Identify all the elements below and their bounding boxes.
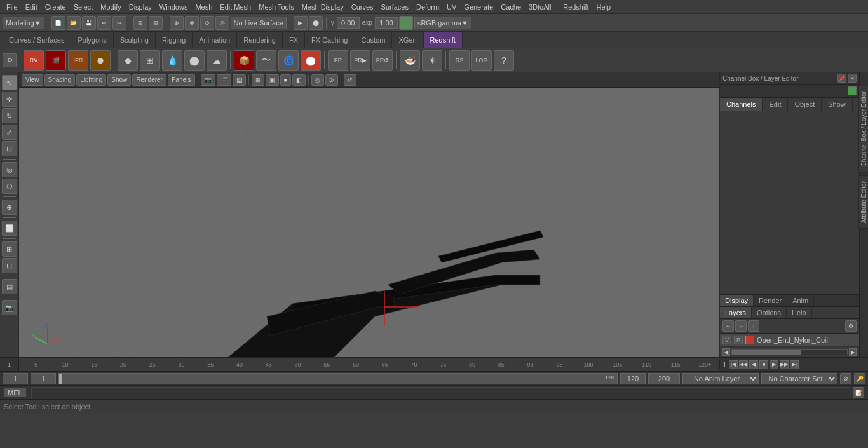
menu-redshift[interactable]: Redshift (559, 3, 592, 11)
menu-modify[interactable]: Modify (97, 3, 125, 11)
menu-mesh[interactable]: Mesh (191, 3, 216, 11)
camera-sel-btn[interactable]: 📷 (201, 74, 215, 86)
grid-toggle-btn[interactable]: ⊞ (252, 74, 264, 86)
time-slider-thumb[interactable] (59, 374, 62, 384)
marquee-btn[interactable]: ⬜ (2, 221, 17, 236)
pb-next-key-btn[interactable]: ▶▶ (780, 360, 789, 369)
lasso-btn[interactable]: ⊟ (149, 16, 163, 30)
exposure-input[interactable] (375, 17, 398, 29)
menu-display[interactable]: Display (125, 3, 156, 11)
shelf-sphere2-btn[interactable]: ⬤ (301, 50, 321, 71)
solid-btn[interactable]: ■ (280, 74, 291, 86)
scrollbar-thumb[interactable] (732, 350, 801, 355)
xray-btn[interactable]: ⊙ (325, 74, 338, 86)
show-menu-btn[interactable]: Show (107, 74, 131, 86)
move-tool-btn[interactable]: ✛ (2, 92, 17, 107)
pb-prev-frame-btn[interactable]: ◀ (749, 360, 758, 369)
scroll-right-btn[interactable]: ▶ (849, 348, 857, 356)
tab-curves-surfaces[interactable]: Curves / Surfaces (3, 32, 71, 48)
tab-polygons[interactable]: Polygons (71, 32, 113, 48)
layer-opt-btn[interactable]: ⚙ (845, 320, 857, 332)
texture-btn[interactable]: ◧ (292, 74, 306, 86)
anim-layer-dropdown[interactable]: No Anim Layer (682, 373, 759, 384)
tab-xgen[interactable]: XGen (392, 32, 423, 48)
last-tool-btn[interactable]: ⊡ (2, 141, 17, 156)
fc-settings-btn[interactable]: ⚙ (840, 373, 851, 384)
menu-create[interactable]: Create (41, 3, 70, 11)
snap-pts-btn[interactable]: ⊟ (2, 258, 17, 273)
scale-tool-btn[interactable]: ⤢ (2, 125, 17, 140)
shelf-render-btn2[interactable]: ⬤ (90, 50, 111, 71)
layer-tab-display[interactable]: Display (720, 295, 754, 306)
menu-deform[interactable]: Deform (412, 3, 443, 11)
save-file-btn[interactable]: 💾 (82, 16, 96, 30)
timeline-ruler[interactable]: 5 10 15 20 25 30 35 40 45 50 55 60 65 70… (19, 358, 719, 371)
open-file-btn[interactable]: 📂 (67, 16, 81, 30)
menu-select[interactable]: Select (70, 3, 97, 11)
layer-color-swatch[interactable] (745, 336, 754, 344)
scrollbar-track[interactable] (731, 349, 848, 355)
rp-tab-channels[interactable]: Channels (720, 98, 763, 111)
tab-fx[interactable]: FX (283, 32, 305, 48)
tab-rendering[interactable]: Rendering (237, 32, 283, 48)
layer-add-btn[interactable]: ← (722, 320, 734, 332)
char-set-dropdown[interactable]: No Character Set (761, 373, 837, 384)
snap-surface-btn[interactable]: ◎ (215, 16, 229, 30)
snap-curve-btn[interactable]: ⊗ (185, 16, 199, 30)
wireframe-btn[interactable]: ▣ (266, 74, 279, 86)
render-btn[interactable]: ▶ (294, 16, 308, 30)
tab-redshift[interactable]: Redshift (424, 32, 463, 48)
lang-label[interactable]: MEL (4, 388, 26, 397)
snap-all-btn[interactable]: ⊞ (2, 241, 17, 257)
shelf-rs1-btn[interactable]: RS (449, 50, 470, 71)
layer-v-btn[interactable]: V (722, 336, 731, 344)
menu-help[interactable]: Help (593, 3, 615, 11)
tab-sculpting[interactable]: Sculpting (114, 32, 156, 48)
edge-tab-attribute[interactable]: Attribute Editor (858, 175, 868, 229)
menu-mesh-display[interactable]: Mesh Display (298, 3, 348, 11)
menu-3dto[interactable]: 3DtoAll - (525, 3, 559, 11)
shelf-pr2-btn[interactable]: PR▶ (350, 50, 370, 71)
layer-tab-anim[interactable]: Anim (787, 295, 814, 306)
snap-grid-btn[interactable]: ⊕ (170, 16, 184, 30)
menu-windows[interactable]: Windows (156, 3, 192, 11)
soft-select-btn[interactable]: ◎ (2, 162, 17, 177)
shelf-sphere-btn[interactable]: ⬤ (184, 50, 205, 71)
layer-sub-layers[interactable]: Layers (720, 307, 752, 318)
rp-tab-show[interactable]: Show (822, 98, 853, 111)
shelf-box-btn[interactable]: 📦 (234, 50, 254, 71)
shelf-cloud-btn[interactable]: ☁ (207, 50, 227, 71)
layer-remove-btn[interactable]: → (735, 320, 747, 332)
menu-curves[interactable]: Curves (348, 3, 377, 11)
menu-cache[interactable]: Cache (497, 3, 525, 11)
panel-close-btn[interactable]: ✕ (848, 74, 857, 83)
img-btn[interactable]: 🖼 (233, 74, 246, 86)
shelf-tilde-btn[interactable]: 〜 (256, 50, 276, 71)
color-btn[interactable] (399, 16, 413, 30)
shelf-curl-btn[interactable]: 🌀 (278, 50, 299, 71)
new-file-btn[interactable]: 📄 (51, 16, 65, 30)
redo-btn[interactable]: ↪ (112, 16, 126, 30)
layer-p-btn[interactable]: P (734, 336, 743, 344)
time-slider[interactable]: 120 (58, 373, 618, 384)
select-btn[interactable]: ⊞ (133, 16, 147, 30)
menu-surfaces[interactable]: Surfaces (377, 3, 412, 11)
snap-point-btn[interactable]: ⊙ (200, 16, 214, 30)
rp-tab-object[interactable]: Object (788, 98, 822, 111)
isolate-btn[interactable]: ◎ (311, 74, 324, 86)
ipr-btn[interactable]: ⬤ (309, 16, 323, 30)
shelf-rv-btn[interactable]: RV (24, 50, 44, 71)
menu-mesh-tools[interactable]: Mesh Tools (255, 3, 297, 11)
layer-up-btn[interactable]: ↑ (748, 320, 759, 332)
undo-btn[interactable]: ↩ (97, 16, 111, 30)
layer-row[interactable]: V P Open_End_Nylon_Coil (720, 334, 859, 347)
pb-end-btn[interactable]: ▶| (790, 360, 799, 369)
start-frame-field[interactable] (3, 373, 28, 384)
shelf-help-btn[interactable]: ? (494, 50, 514, 71)
menu-edit[interactable]: Edit (22, 3, 41, 11)
shelf-dome-btn[interactable]: 🍜 (400, 50, 420, 71)
shelf-settings-btn[interactable]: ⚙ (3, 53, 17, 67)
edge-tab-channel-box[interactable]: Channel Box / Layer Editor (858, 85, 868, 173)
menu-generate[interactable]: Generate (460, 3, 497, 11)
shelf-log-btn[interactable]: LOG (471, 50, 492, 71)
